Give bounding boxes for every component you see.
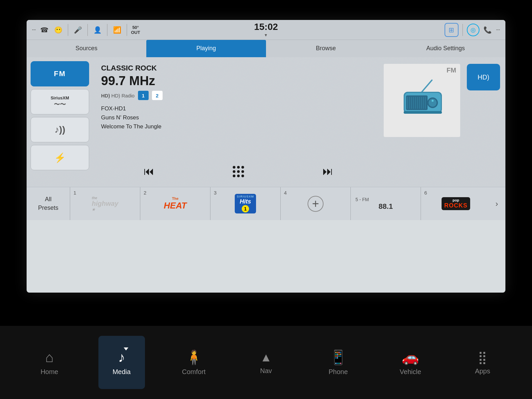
phone-nav-icon: 📱 — [330, 349, 347, 365]
preset-4[interactable]: 4 + — [281, 187, 350, 220]
source-siriusxm[interactable]: SiriusXM 〜〜 — [31, 89, 89, 114]
radio-illustration — [399, 77, 445, 117]
preset-5[interactable]: 5 - FM 88.1 — [351, 187, 421, 220]
divider4 — [127, 24, 127, 36]
preset-6[interactable]: 6 pop ROCKS — [421, 187, 491, 220]
nav-media-label: Media — [112, 368, 130, 376]
handset-icon: ☎ — [39, 24, 50, 36]
nav-apps[interactable]: ⣿ Apps — [459, 336, 506, 389]
tab-audio-settings[interactable]: Audio Settings — [386, 40, 505, 57]
hd-channel-1[interactable]: 1 — [138, 91, 149, 100]
tab-playing[interactable]: Playing — [146, 40, 266, 57]
highway-logo: the highway ★ — [73, 194, 137, 214]
nav-nav[interactable]: ▲ Nav — [243, 336, 289, 389]
presets-bar: All Presets 1 the highway ★ 2 The HEAT — [27, 187, 505, 220]
wifi-waves-icon: 〜〜 — [54, 100, 66, 108]
nav-home-label: Home — [41, 368, 58, 376]
home-icon: ⌂ — [45, 349, 54, 365]
svg-rect-17 — [404, 111, 442, 114]
hd-channel-label: FOX-HD1 — [101, 104, 376, 113]
nav-vehicle-label: Vehicle — [400, 368, 421, 376]
grid-button[interactable]: ⊞ — [445, 23, 459, 37]
status-left-icons: -- ☎ 😶 🎤 👤 📶 50° OUT — [32, 24, 188, 36]
svg-point-16 — [432, 100, 434, 102]
album-art: FM — [384, 64, 460, 137]
mic-icon: 🎤 — [72, 24, 83, 36]
prev-button[interactable]: ⏮ — [137, 163, 161, 180]
nav-phone-label: Phone — [329, 368, 348, 376]
preset-2[interactable]: 2 The HEAT — [140, 187, 210, 220]
right-dashes: -- — [496, 26, 500, 33]
source-fm[interactable]: FM — [31, 61, 89, 86]
status-right-icons: ⊞ ◎ 📞 -- — [344, 23, 500, 37]
sirius-hits-logo: SIRIUSXM Hits 1 — [213, 194, 278, 214]
alexa-button[interactable]: ◎ — [467, 24, 479, 36]
main-content: FM SiriusXM 〜〜 ♪)) ⚡ CLASSIC ROCK 99.7 M… — [27, 57, 505, 187]
vehicle-icon: 🚗 — [402, 349, 419, 365]
face-icon: 😶 — [53, 24, 64, 36]
divider2 — [87, 24, 88, 36]
station-name: CLASSIC ROCK — [101, 64, 376, 72]
tab-bar: Sources Playing Browse Audio Settings — [27, 40, 505, 57]
track-title: Welcome To The Jungle — [101, 122, 376, 131]
time-display: 15:02 ▾ — [188, 22, 344, 38]
nav-home[interactable]: ⌂ Home — [26, 336, 73, 389]
comfort-icon: 🧍 — [185, 349, 202, 365]
add-preset-button[interactable]: + — [308, 196, 324, 212]
song-info: FOX-HD1 Guns N' Roses Welcome To The Jun… — [101, 104, 376, 131]
nav-nav-label: Nav — [260, 367, 272, 375]
playback-controls: ⏮ ⏭ — [101, 163, 376, 180]
pop-rocks-logo: pop ROCKS — [424, 194, 488, 214]
album-art-fm-label: FM — [384, 64, 460, 77]
preset-1[interactable]: 1 the highway ★ — [70, 187, 140, 220]
hd-radio-logo: HD) HD) Radio — [101, 93, 135, 98]
person-icon: 👤 — [92, 24, 103, 36]
phone-icon: 📞 — [482, 24, 493, 36]
next-button[interactable]: ⏭ — [316, 163, 340, 180]
media-dropdown-indicator — [124, 347, 128, 350]
grid-dots-button[interactable] — [233, 166, 244, 177]
divider3 — [107, 24, 107, 36]
wifi-icon[interactable]: 📶 — [111, 24, 123, 36]
source-buttons: FM SiriusXM 〜〜 ♪)) ⚡ — [27, 57, 93, 187]
hd-button[interactable]: HD) — [467, 64, 500, 90]
bottom-nav: ⌂ Home ♪ Media 🧍 Comfort ▲ Nav 📱 Phone 🚗… — [0, 326, 532, 399]
nav-media[interactable]: ♪ Media — [98, 336, 145, 389]
hd-radio-row: HD) HD) Radio 1 2 — [101, 91, 376, 100]
nav-phone[interactable]: 📱 Phone — [315, 336, 361, 389]
bluetooth-icon: ♪)) — [55, 124, 66, 135]
divider5 — [463, 24, 463, 36]
apps-icon: ⣿ — [478, 350, 487, 365]
nav-nav-icon: ▲ — [260, 350, 272, 364]
source-bluetooth[interactable]: ♪)) — [31, 117, 89, 142]
nav-vehicle[interactable]: 🚗 Vehicle — [387, 336, 434, 389]
hd-channel-2[interactable]: 2 — [152, 91, 163, 100]
svg-line-0 — [422, 80, 432, 92]
preset-3[interactable]: 3 SIRIUSXM Hits 1 — [210, 187, 280, 220]
heat-logo: The HEAT — [143, 194, 207, 214]
divider1 — [68, 24, 68, 36]
all-presets-button[interactable]: All Presets — [27, 187, 70, 220]
usb-icon: ⚡ — [54, 152, 66, 163]
temp-display: 50° OUT — [131, 25, 140, 35]
status-bar: -- ☎ 😶 🎤 👤 📶 50° OUT 15:02 ▾ ⊞ ◎ 📞 -- — [27, 20, 505, 40]
nav-apps-label: Apps — [475, 367, 490, 375]
artist-name: Guns N' Roses — [101, 113, 376, 122]
now-playing-panel: CLASSIC ROCK 99.7 MHz HD) HD) Radio 1 2 … — [93, 57, 384, 187]
nav-comfort-label: Comfort — [182, 368, 205, 376]
tab-browse[interactable]: Browse — [266, 40, 386, 57]
frequency-display: 99.7 MHz — [101, 74, 376, 88]
source-usb[interactable]: ⚡ — [31, 145, 89, 170]
presets-next-button[interactable]: › — [491, 187, 503, 220]
nav-comfort[interactable]: 🧍 Comfort — [171, 336, 217, 389]
left-dashes: -- — [32, 26, 36, 33]
tab-sources[interactable]: Sources — [27, 40, 146, 57]
media-icon: ♪ — [118, 349, 125, 365]
